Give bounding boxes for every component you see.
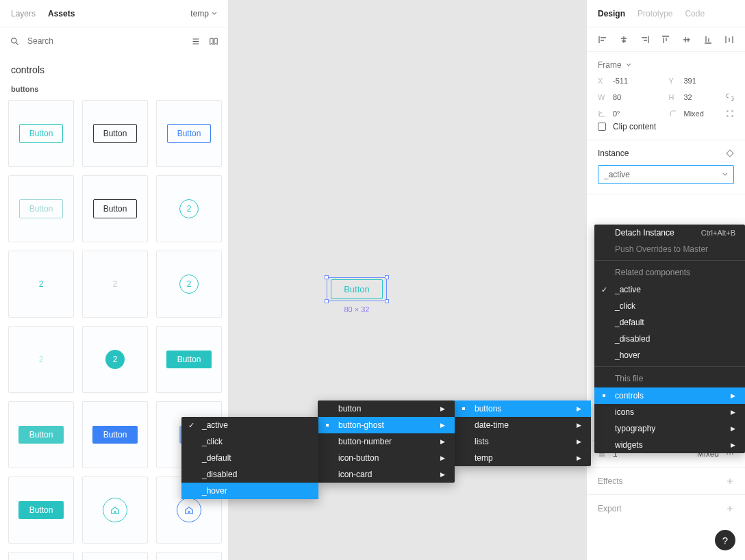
prop-x[interactable]: X-511 xyxy=(598,77,664,85)
instance-submenu-groups: buttons▶ date-time▶ lists▶ temp▶ xyxy=(454,400,591,466)
prop-y[interactable]: Y391 xyxy=(669,77,735,85)
prop-radius[interactable]: Mixed xyxy=(669,110,704,118)
help-button[interactable]: ? xyxy=(715,530,735,550)
selected-instance[interactable]: Button 80 × 32 xyxy=(327,277,387,314)
constrain-proportions-icon[interactable] xyxy=(726,93,734,101)
prop-h[interactable]: H32 xyxy=(669,93,692,101)
chevron-right-icon: ▶ xyxy=(577,405,581,412)
align-h-center-icon[interactable] xyxy=(619,35,629,44)
menu-group-buttons[interactable]: buttons▶ xyxy=(454,400,591,417)
asset-thumb[interactable]: 2 xyxy=(156,251,222,318)
asset-thumb[interactable]: 2 xyxy=(156,175,222,242)
export-section[interactable]: Export xyxy=(587,495,745,522)
menu-type-icon-button[interactable]: icon-button▶ xyxy=(318,450,455,466)
resize-handle-sw[interactable] xyxy=(325,299,329,303)
search-input[interactable] xyxy=(27,36,183,46)
menu-label: Push Overrides to Master xyxy=(615,244,708,254)
asset-thumb[interactable]: Button xyxy=(8,175,74,242)
bullet-icon xyxy=(462,407,465,410)
radius-value: Mixed xyxy=(684,110,704,118)
tab-design[interactable]: Design xyxy=(598,9,625,18)
asset-thumb[interactable]: Button xyxy=(82,100,148,167)
frame-section-title[interactable]: Frame xyxy=(598,60,734,70)
asset-thumb[interactable]: Button xyxy=(8,476,74,544)
menu-group-lists[interactable]: lists▶ xyxy=(454,433,591,450)
clip-content-checkbox[interactable] xyxy=(598,123,606,131)
tab-code[interactable]: Code xyxy=(685,9,705,18)
distribute-icon[interactable] xyxy=(724,35,734,44)
x-value: -511 xyxy=(613,77,628,85)
tab-assets[interactable]: Assets xyxy=(48,9,75,18)
resize-handle-ne[interactable] xyxy=(385,275,389,279)
asset-thumb[interactable]: 2 xyxy=(82,326,148,393)
asset-thumb[interactable]: Button xyxy=(156,100,222,167)
menu-type-button[interactable]: button▶ xyxy=(318,400,455,417)
menu-label: _hover xyxy=(615,351,640,360)
asset-thumb[interactable]: 2 xyxy=(8,251,74,318)
prop-rotation[interactable]: 0° xyxy=(598,110,664,118)
menu-related-default[interactable]: _default xyxy=(594,314,745,331)
menu-state-default[interactable]: _default xyxy=(181,450,318,466)
chevron-right-icon: ▶ xyxy=(440,438,445,445)
asset-thumb[interactable]: 2 xyxy=(8,326,74,393)
plus-icon[interactable] xyxy=(726,505,734,513)
asset-thumb[interactable] xyxy=(156,552,222,560)
tab-prototype[interactable]: Prototype xyxy=(637,9,672,18)
instance-section-title: Instance xyxy=(598,149,629,158)
menu-detach-instance[interactable]: Detach Instance Ctrl+Alt+B xyxy=(594,225,745,241)
asset-thumb[interactable]: 2 xyxy=(82,251,148,318)
menu-related-disabled[interactable]: _disabled xyxy=(594,331,745,347)
menu-state-hover[interactable]: _hover xyxy=(181,483,318,499)
left-panel-tabs: Layers Assets temp xyxy=(0,0,228,27)
menu-group-datetime[interactable]: date-time▶ xyxy=(454,417,591,433)
list-view-icon[interactable] xyxy=(191,36,201,46)
w-label: W xyxy=(598,93,606,101)
menu-state-disabled[interactable]: _disabled xyxy=(181,466,318,483)
bullet-icon xyxy=(326,424,329,427)
menu-related-click[interactable]: _click xyxy=(594,298,745,314)
align-top-icon[interactable] xyxy=(661,35,670,44)
library-icon[interactable] xyxy=(209,36,218,46)
tab-layers[interactable]: Layers xyxy=(11,9,36,18)
menu-push-overrides[interactable]: Push Overrides to Master xyxy=(594,241,745,257)
menu-file-widgets[interactable]: widgets▶ xyxy=(594,437,745,453)
menu-group-temp[interactable]: temp▶ xyxy=(454,450,591,466)
asset-thumb[interactable] xyxy=(8,552,74,560)
page-switcher[interactable]: temp xyxy=(190,9,217,18)
asset-thumb[interactable]: Button xyxy=(82,175,148,242)
menu-file-controls[interactable]: controls▶ xyxy=(594,387,745,404)
menu-related-hover[interactable]: _hover xyxy=(594,347,745,364)
resize-handle-nw[interactable] xyxy=(325,275,329,279)
menu-related-active[interactable]: ✓_active xyxy=(594,281,745,298)
menu-type-button-ghost[interactable]: button-ghost▶ xyxy=(318,417,455,433)
clip-content-row[interactable]: Clip content xyxy=(598,122,734,131)
prop-w[interactable]: W80 xyxy=(598,93,664,101)
chevron-right-icon: ▶ xyxy=(440,455,445,461)
instance-swap-select[interactable]: _active xyxy=(598,165,734,184)
asset-thumb[interactable]: Button xyxy=(8,100,74,167)
effects-section[interactable]: Effects xyxy=(587,468,745,495)
menu-type-button-number[interactable]: button-number▶ xyxy=(318,433,455,450)
plus-icon[interactable] xyxy=(726,477,734,485)
asset-thumb[interactable] xyxy=(82,552,148,560)
resize-handle-se[interactable] xyxy=(385,299,389,303)
asset-thumb[interactable]: Button xyxy=(156,326,222,393)
independent-corners-icon[interactable] xyxy=(726,110,734,118)
align-right-icon[interactable] xyxy=(640,35,650,44)
asset-thumb[interactable] xyxy=(82,476,148,544)
align-left-icon[interactable] xyxy=(598,35,607,44)
menu-state-active[interactable]: ✓_active xyxy=(181,417,318,433)
frame-section: Frame X-511 Y391 W80 H32 0° Mixed xyxy=(587,52,745,140)
align-bottom-icon[interactable] xyxy=(703,35,713,44)
align-v-center-icon[interactable] xyxy=(682,35,692,44)
asset-thumb[interactable]: Button xyxy=(8,401,74,468)
rotation-value: 0° xyxy=(613,110,620,118)
sample-circle: 2 xyxy=(105,350,125,369)
menu-file-typography[interactable]: typography▶ xyxy=(594,420,745,437)
menu-type-icon-card[interactable]: icon-card▶ xyxy=(318,466,455,483)
asset-thumb[interactable]: Button xyxy=(82,401,148,468)
menu-state-click[interactable]: _click xyxy=(181,433,318,450)
chevron-right-icon: ▶ xyxy=(440,422,445,429)
menu-file-icons[interactable]: icons▶ xyxy=(594,404,745,420)
go-to-master-icon[interactable] xyxy=(726,149,734,157)
